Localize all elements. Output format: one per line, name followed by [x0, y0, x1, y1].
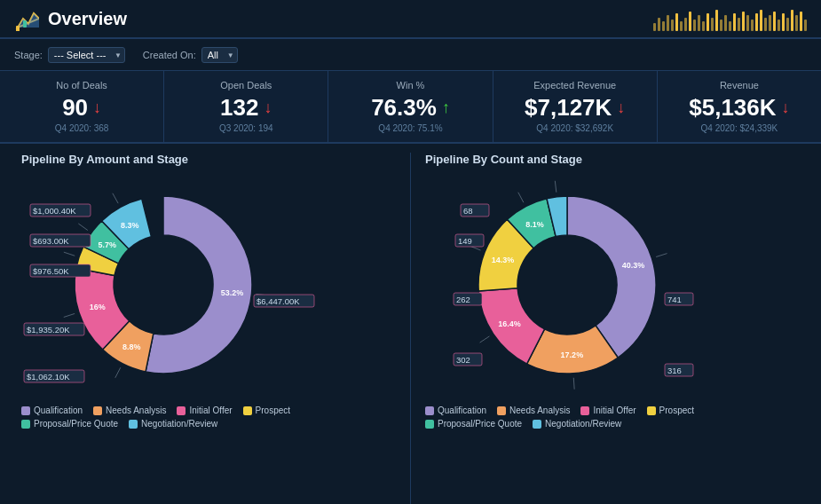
- metric-title: Open Deals: [178, 80, 313, 91]
- legend-label: Needs Analysis: [106, 406, 166, 415]
- metric-value-row: 76.3% ↑: [343, 94, 478, 122]
- stage-select-wrapper[interactable]: --- Select ---: [48, 47, 125, 63]
- donut-chart-count: 40.3%17.2%16.4%14.3%8.1%6814926230274131…: [425, 171, 727, 402]
- metric-card: Win % 76.3% ↑ Q4 2020: 75.1%: [328, 71, 493, 142]
- legend-color-box: [21, 406, 30, 415]
- donut-segment: [146, 196, 252, 374]
- donut-chart-amount: 53.2%8.8%16%5.7%8.3%$1,000.40K$693.00K$9…: [21, 171, 323, 402]
- header-sparkline: [653, 6, 807, 31]
- chart-panel-count: Pipeline By Count and Stage 40.3%17.2%16…: [418, 153, 807, 504]
- donut-connector-line: [115, 367, 121, 378]
- legend-label: Needs Analysis: [509, 406, 570, 415]
- chart1-title: Pipeline By Amount and Stage: [21, 153, 396, 166]
- donut-external-label: 149: [458, 236, 472, 246]
- donut-connector-line: [518, 193, 524, 202]
- legend-color-box: [177, 406, 186, 415]
- charts-area: Pipeline By Amount and Stage 53.2%8.8%16…: [0, 144, 821, 504]
- metric-value: 76.3%: [371, 94, 437, 122]
- legend-item: Needs Analysis: [93, 406, 166, 415]
- metric-value-row: $5,136K ↓: [672, 94, 807, 122]
- donut-connector-line: [78, 224, 88, 231]
- legend-item: Initial Offer: [580, 406, 635, 415]
- metric-title: Expected Revenue: [508, 80, 643, 91]
- charts-divider: [410, 153, 411, 504]
- metric-card: Expected Revenue $7,127K ↓ Q4 2020: $32,…: [493, 71, 658, 142]
- donut-external-label: $1,935.20K: [27, 325, 70, 335]
- legend-color-box: [129, 420, 138, 429]
- created-select[interactable]: All: [201, 47, 238, 63]
- legend-label: Qualification: [34, 406, 83, 415]
- donut-connector-line: [64, 313, 75, 317]
- legend-item: Negotiation/Review: [129, 419, 217, 429]
- donut-external-label: 316: [667, 366, 682, 375]
- legend-label: Proposal/Price Quote: [34, 419, 118, 429]
- donut-external-label: 262: [456, 295, 470, 304]
- legend-label: Initial Offer: [189, 406, 232, 415]
- donut-external-label: $6,447.00K: [257, 296, 300, 306]
- donut-pct-label: 16%: [90, 303, 106, 311]
- donut-pct-label: 53.2%: [221, 288, 244, 297]
- chart2-title: Pipeline By Count and Stage: [425, 153, 800, 166]
- legend-label: Prospect: [256, 406, 290, 415]
- stage-filter-group: Stage: --- Select ---: [14, 47, 125, 63]
- legend-label: Negotiation/Review: [141, 419, 217, 429]
- metric-prev: Q4 2020: $24,339K: [672, 123, 807, 133]
- legend-color-box: [425, 420, 434, 429]
- metric-value-row: $7,127K ↓: [508, 94, 643, 122]
- legend-label: Proposal/Price Quote: [438, 419, 522, 429]
- donut-connector-line: [656, 254, 667, 257]
- metric-card: Revenue $5,136K ↓ Q4 2020: $24,339K: [658, 71, 821, 142]
- metric-prev: Q4 2020: 75.1%: [343, 123, 478, 133]
- stage-label: Stage:: [14, 50, 43, 60]
- metric-arrow: ↓: [617, 98, 625, 117]
- legend-label: Initial Offer: [593, 406, 635, 415]
- legend-item: Prospect: [647, 406, 694, 415]
- legend-item: Proposal/Price Quote: [21, 419, 118, 429]
- metric-arrow: ↓: [93, 98, 101, 117]
- legend-color-box: [93, 406, 102, 415]
- metric-title: No of Deals: [14, 80, 149, 91]
- legend-color-box: [497, 406, 506, 415]
- donut-external-label: 68: [463, 206, 473, 216]
- donut-pct-label: 17.2%: [561, 350, 584, 359]
- donut-pct-label: 8.1%: [525, 220, 544, 229]
- donut-external-label: 302: [456, 355, 470, 365]
- metric-arrow: ↓: [782, 98, 790, 117]
- donut-pct-label: 40.3%: [622, 261, 645, 270]
- donut-connector-line: [64, 252, 75, 256]
- chart1-legend: Qualification Needs Analysis Initial Off…: [21, 406, 396, 429]
- donut-connector-line: [480, 336, 490, 343]
- metric-value: $5,136K: [689, 94, 776, 122]
- legend-label: Prospect: [659, 406, 694, 415]
- donut-pct-label: 8.8%: [122, 343, 141, 351]
- svg-rect-2: [16, 26, 20, 31]
- created-filter-group: Created On: All: [143, 47, 238, 63]
- metric-arrow: ↓: [264, 98, 272, 117]
- legend-color-box: [425, 406, 434, 415]
- legend-item: Needs Analysis: [497, 406, 570, 415]
- metric-arrow: ↑: [442, 98, 450, 117]
- donut-pct-label: 8.3%: [121, 221, 139, 230]
- legend-label: Negotiation/Review: [545, 419, 621, 429]
- donut-pct-label: 5.7%: [98, 240, 116, 249]
- legend-item: Negotiation/Review: [533, 419, 621, 429]
- metric-value-row: 90 ↓: [14, 94, 149, 122]
- legend-color-box: [580, 406, 589, 415]
- donut-external-label: $1,000.40K: [33, 206, 76, 216]
- legend-color-box: [21, 420, 30, 429]
- metric-card: Open Deals 132 ↓ Q3 2020: 194: [164, 71, 328, 142]
- chart2-container: 40.3%17.2%16.4%14.3%8.1%6814926230274131…: [425, 171, 800, 402]
- legend-item: Initial Offer: [177, 406, 232, 415]
- metric-value: $7,127K: [525, 94, 612, 122]
- metric-value-row: 132 ↓: [178, 94, 313, 122]
- created-select-wrapper[interactable]: All: [201, 47, 238, 63]
- donut-external-label: $976.50K: [33, 266, 69, 276]
- metric-title: Revenue: [672, 80, 807, 91]
- metric-prev: Q4 2020: $32,692K: [508, 123, 643, 133]
- stage-select[interactable]: --- Select ---: [48, 47, 125, 63]
- chart2-legend: Qualification Needs Analysis Initial Off…: [425, 406, 800, 429]
- metric-prev: Q4 2020: 368: [14, 123, 149, 133]
- chart1-container: 53.2%8.8%16%5.7%8.3%$1,000.40K$693.00K$9…: [21, 171, 396, 402]
- metric-prev: Q3 2020: 194: [178, 123, 313, 133]
- legend-item: Qualification: [425, 406, 486, 415]
